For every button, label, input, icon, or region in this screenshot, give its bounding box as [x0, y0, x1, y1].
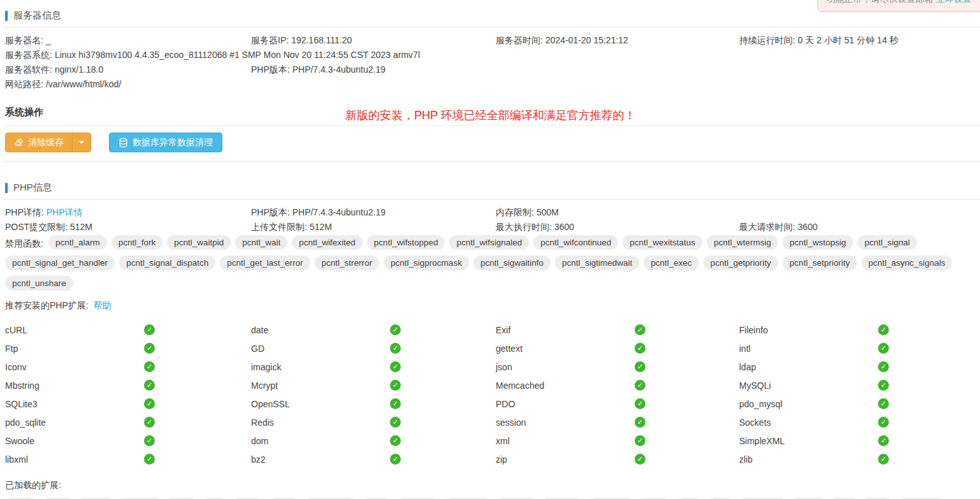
disabled-function-tag: pcntl_sigtimedwait	[555, 256, 639, 270]
check-circle-icon: ✓	[878, 398, 889, 409]
check-circle-icon: ✓	[144, 398, 155, 409]
check-circle-icon: ✓	[390, 361, 401, 372]
extension-name: MySQLi	[739, 380, 878, 391]
check-circle-icon: ✓	[878, 380, 889, 391]
extension-status-cell: Sockets ✓	[739, 413, 980, 431]
check-circle-icon: ✓	[635, 435, 645, 446]
disabled-function-tag: pcntl_fork	[112, 235, 163, 250]
php-detail-link[interactable]: PHP详情	[47, 207, 83, 217]
extension-status-cell: imagick ✓	[251, 358, 496, 376]
extension-status-cell: GD ✓	[251, 339, 496, 358]
clear-cache-icon	[14, 138, 24, 147]
disabled-function-tag: pcntl_wifsignaled	[449, 235, 529, 250]
db-clean-label: 数据库异常数据清理	[133, 137, 213, 148]
extension-status-cell: gettext ✓	[496, 339, 739, 358]
server-info-title: 服务器信息	[13, 10, 61, 22]
disabled-function-tag: pcntl_alarm	[48, 235, 107, 250]
extension-name: libxml	[5, 454, 144, 465]
db-clean-button[interactable]: 数据库异常数据清理	[109, 133, 222, 152]
clear-cache-button[interactable]: 清除缓存	[6, 133, 72, 152]
chevron-down-icon	[79, 141, 84, 144]
check-circle-icon: ✓	[878, 343, 889, 354]
extension-status-cell: PDO ✓	[496, 394, 739, 413]
extension-name: zip	[496, 454, 635, 465]
extension-name: Ftp	[5, 344, 144, 354]
extension-status-cell: SimpleXML ✓	[739, 431, 980, 450]
system-buttons-row: 清除缓存 数据库异常数据清理	[4, 126, 980, 160]
check-circle-icon: ✓	[144, 343, 155, 354]
check-circle-icon: ✓	[390, 454, 401, 465]
check-circle-icon: ✓	[390, 435, 401, 446]
extension-name: pdo_sqlite	[5, 417, 144, 428]
extension-status-grid: cURL ✓ date ✓ Exif ✓ Fileinfo ✓ Ftp ✓	[4, 318, 980, 472]
help-link[interactable]: 帮助	[94, 300, 112, 310]
check-circle-icon: ✓	[390, 417, 401, 428]
disabled-functions-row: 禁用函数: pcntl_alarmpcntl_forkpcntl_waitpid…	[4, 234, 980, 296]
disabled-function-tag: pcntl_wait	[235, 235, 287, 250]
clear-cache-split-button: 清除缓存	[5, 133, 91, 152]
disabled-function-tag: pcntl_async_signals	[861, 256, 953, 270]
check-circle-icon: ✓	[390, 398, 401, 409]
extension-name: Sockets	[739, 417, 878, 428]
extension-name: gettext	[496, 344, 635, 354]
extension-name: zlib	[739, 454, 878, 465]
php-version-field: PHP版本:PHP/7.4.3-4ubuntu2.19	[251, 208, 496, 217]
extension-status-cell: SQLite3 ✓	[5, 394, 251, 413]
clear-cache-label: 清除缓存	[28, 137, 64, 148]
system-operations-section: 系统操作 新版的安装，PHP 环境已经全部编译和满足官方推荐的！ 清除缓存	[4, 103, 980, 162]
extension-status-cell: OpenSSL ✓	[251, 394, 496, 413]
php-info-header: PHP信息	[4, 172, 980, 199]
extension-status-cell: dom ✓	[251, 431, 496, 450]
extension-name: ldap	[739, 362, 878, 372]
extension-name: imagick	[251, 362, 390, 372]
email-setup-alert: 功能正常，请尽快设置邮箱 立即设置	[818, 0, 980, 12]
disabled-function-tag: pcntl_wifcontinued	[533, 235, 618, 250]
extension-name: json	[496, 362, 635, 372]
check-circle-icon: ✓	[144, 380, 155, 391]
disabled-function-tag: pcntl_waitpid	[167, 235, 231, 250]
server-time-field: 服务器时间:2024-01-20 15:21:12	[496, 36, 739, 45]
extension-status-cell: cURL ✓	[5, 321, 251, 339]
recommended-extensions-label: 推荐安装的PHP扩展:	[5, 300, 89, 310]
disabled-function-tag: pcntl_setpriority	[782, 256, 857, 270]
disabled-function-tag: pcntl_exec	[644, 256, 699, 270]
check-circle-icon: ✓	[390, 324, 401, 335]
disabled-function-tag: pcntl_getpriority	[703, 256, 778, 270]
check-circle-icon: ✓	[635, 454, 645, 465]
server-info-grid: 服务器名:_ 服务器IP:192.168.111.20 服务器时间:2024-0…	[4, 27, 980, 95]
extension-name: Exif	[496, 325, 635, 335]
disabled-function-tag: pcntl_sigprocmask	[384, 256, 469, 270]
section-accent-bar	[5, 183, 8, 193]
extension-name: Swoole	[5, 436, 144, 446]
extension-status-cell: MySQLi ✓	[739, 376, 980, 394]
disabled-function-tag: pcntl_wexitstatus	[623, 235, 702, 250]
extension-status-cell: Exif ✓	[496, 321, 739, 339]
extension-status-cell: Fileinfo ✓	[739, 321, 980, 339]
server-os-field: 服务器系统:Linux hi3798mv100 4.4.35_ecoo_8111…	[5, 50, 980, 59]
extension-name: Memcached	[496, 380, 635, 391]
alert-setup-link[interactable]: 立即设置	[936, 0, 972, 4]
recommended-extensions-line: 推荐安装的PHP扩展: 帮助	[4, 296, 980, 318]
extension-status-cell: Redis ✓	[251, 413, 496, 431]
check-circle-icon: ✓	[144, 435, 155, 446]
section-accent-bar	[5, 11, 8, 21]
check-circle-icon: ✓	[635, 361, 645, 372]
extension-name: OpenSSL	[251, 399, 390, 409]
clear-cache-dropdown-toggle[interactable]	[72, 133, 90, 152]
extension-name: cURL	[5, 325, 144, 335]
server-php-version-field: PHP版本:PHP/7.4.3-4ubuntu2.19	[251, 65, 980, 74]
extension-status-cell: Iconv ✓	[5, 358, 251, 376]
check-circle-icon: ✓	[635, 380, 645, 391]
extension-name: SQLite3	[5, 399, 144, 409]
max-exec-field: 最大执行时间:3600	[496, 222, 739, 231]
php-info-title: PHP信息	[13, 182, 52, 194]
divider	[4, 161, 980, 162]
disabled-function-tag: pcntl_unshare	[5, 276, 73, 291]
extension-status-cell: intl ✓	[739, 339, 980, 358]
disabled-function-tag: pcntl_signal_get_handler	[5, 256, 115, 270]
extension-name: session	[496, 417, 635, 428]
extension-status-cell: Ftp ✓	[5, 339, 251, 358]
check-circle-icon: ✓	[390, 343, 401, 354]
loaded-extensions-tags: CoredatelibxmlopensslpcrezlibfilterhashR…	[4, 496, 980, 499]
disabled-function-tag: pcntl_wifexited	[292, 235, 363, 250]
